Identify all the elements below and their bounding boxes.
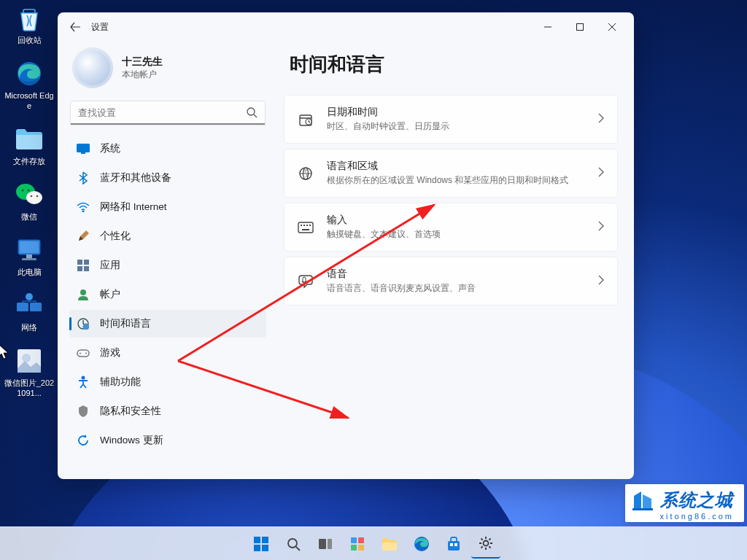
card-typing[interactable]: 输入触摸键盘、文本建议、首选项 [284,203,618,252]
svg-line-56 [296,547,300,551]
apps-icon [77,259,90,272]
svg-rect-12 [30,303,42,311]
nav-label: 辅助功能 [100,376,141,389]
svg-rect-21 [81,152,85,154]
svg-rect-57 [319,539,326,549]
cards-list: 日期和时间时区、自动时钟设置、日历显示字A语言和区域根据你所在的区域设置 Win… [284,95,618,308]
svg-rect-24 [84,260,89,265]
svg-point-68 [484,540,489,545]
start-button[interactable] [247,529,276,559]
nav-item-system[interactable]: 系统 [69,135,266,163]
card-speech[interactable]: 语音语音语言、语音识别麦克风设置、声音 [284,257,618,306]
svg-rect-44 [303,225,305,226]
svg-rect-58 [328,539,332,549]
desktop-icon-edge[interactable]: Microsoft Edge [2,58,56,111]
card-title: 语音 [327,268,585,281]
nav-item-bluetooth[interactable]: 蓝牙和其他设备 [69,164,266,192]
svg-rect-46 [309,225,311,226]
nav-label: 帐户 [100,288,120,301]
card-desc: 触摸键盘、文本建议、首选项 [327,228,585,241]
desktop-icon-thispc[interactable]: 此电脑 [2,235,56,277]
svg-rect-25 [77,266,82,271]
nav-item-apps[interactable]: 应用 [69,252,266,279]
profile-block[interactable]: 十三先生 本地帐户 [69,42,266,101]
svg-rect-54 [262,545,268,551]
svg-rect-51 [254,537,260,543]
svg-rect-67 [454,543,457,546]
nav-label: 网络和 Internet [100,201,167,214]
edge-button[interactable] [407,529,436,559]
task-view-button[interactable] [311,529,340,559]
svg-point-55 [288,539,297,548]
card-datetime[interactable]: 日期和时间时区、自动时钟设置、日历显示 [284,95,618,144]
chevron-right-icon [598,221,604,234]
nav-item-gaming[interactable]: 游戏 [69,339,266,367]
nav-item-update[interactable]: Windows 更新 [69,427,266,454]
close-button[interactable] [596,16,628,38]
svg-rect-20 [77,144,90,152]
minimize-button[interactable] [532,16,564,38]
card-language-region[interactable]: 字A语言和区域根据你所在的区域设置 Windows 和某些应用的日期和时间格式 [284,149,618,198]
update-icon [77,434,90,447]
card-desc: 语音语言、语音识别麦克风设置、声音 [327,282,585,295]
svg-rect-66 [450,543,453,546]
sidebar: 十三先生 本地帐户 系统蓝牙和其他设备网络和 Internet个性化应用帐户时间… [69,42,266,467]
avatar [72,47,113,88]
chevron-right-icon [598,167,604,180]
nav-item-accounts[interactable]: 帐户 [69,281,266,308]
nav-item-accessibility[interactable]: 辅助功能 [69,368,266,396]
desktop-icon-wechat[interactable]: 微信 [2,179,56,222]
explorer-button[interactable] [375,529,404,559]
desktop-icons-column: 回收站 Microsoft Edge 文件存放 微信 此电脑 网络 微信图片_2… [0,0,58,398]
taskbar-search-button[interactable] [279,529,308,559]
window-title: 设置 [91,21,109,34]
desktop-icon-network[interactable]: 网络 [2,290,56,332]
svg-point-33 [82,376,85,380]
card-title: 语言和区域 [327,160,585,173]
settings-taskbar-button[interactable] [471,529,500,559]
cursor-icon [0,343,11,361]
typing-icon [298,219,314,236]
nav-label: 个性化 [100,230,131,243]
nav-item-personalization[interactable]: 个性化 [69,222,266,250]
svg-rect-60 [358,537,364,543]
nav-item-network[interactable]: 网络和 Internet [69,193,266,221]
search-input[interactable] [71,101,265,125]
svg-rect-63 [382,542,397,551]
desktop-icon-folder[interactable]: 文件存放 [2,124,56,166]
svg-point-2 [26,191,42,204]
main-pane: 时间和语言 日期和时间时区、自动时钟设置、日历显示字A语言和区域根据你所在的区域… [284,42,622,467]
svg-point-6 [36,195,39,198]
desktop-icon-recycle-bin[interactable]: 回收站 [2,3,56,45]
svg-rect-65 [448,541,460,551]
bluetooth-icon [77,171,90,184]
svg-rect-30 [77,350,89,357]
svg-rect-52 [262,537,268,543]
svg-rect-47 [302,229,309,230]
svg-rect-59 [351,537,357,543]
datetime-icon [298,112,314,128]
chevron-right-icon [598,275,604,288]
svg-rect-11 [17,303,28,311]
nav-item-time-language[interactable]: 时间和语言 [69,310,266,338]
settings-window: 设置 十三先生 本地帐户 系统蓝牙和其他设备网络和 Internet个性化应用帐… [58,12,634,479]
widgets-button[interactable] [343,529,372,559]
language-region-icon: 字A [298,166,314,182]
system-icon [77,142,90,155]
nav-item-privacy[interactable]: 隐私和安全性 [69,397,266,425]
nav-label: 应用 [100,259,120,272]
svg-rect-17 [577,24,584,31]
store-button[interactable] [439,529,468,559]
svg-rect-42 [298,222,313,233]
time-language-icon [77,317,90,330]
maximize-button[interactable] [564,16,596,38]
svg-rect-23 [77,260,82,265]
search-box[interactable] [71,101,265,125]
back-button[interactable] [63,15,87,39]
svg-point-4 [28,190,30,192]
svg-rect-26 [84,266,89,271]
card-title: 输入 [327,214,585,227]
profile-subtitle: 本地帐户 [122,69,163,81]
watermark-url: xitong86.com [660,512,734,521]
personalization-icon [77,230,90,243]
